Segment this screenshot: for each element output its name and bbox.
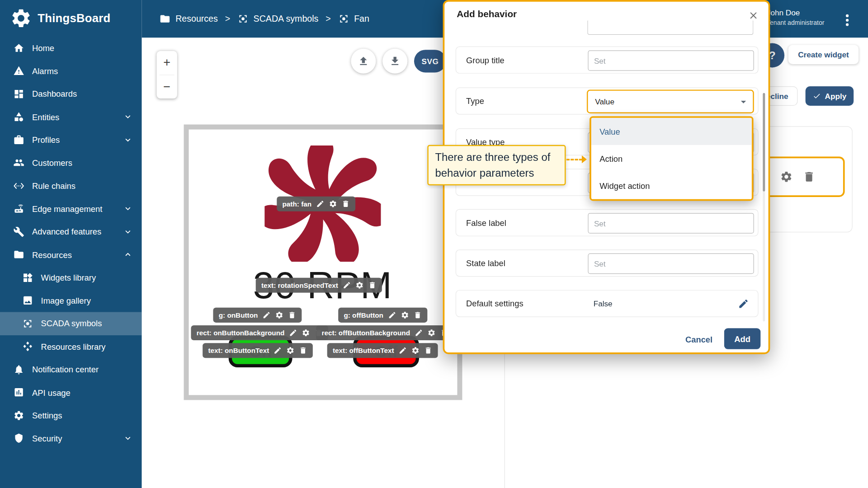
cancel-button[interactable]: Cancel (679, 330, 719, 349)
dialog-title: Add behavior (457, 9, 517, 20)
settings-icon[interactable] (355, 281, 363, 289)
tag-path-fan: path: fan (277, 197, 355, 211)
settings-icon[interactable] (411, 347, 420, 355)
sidebar-item-api-usage[interactable]: API usage (0, 381, 142, 404)
sidebar-item-scada-symbols[interactable]: SCADA symbols (0, 312, 142, 335)
dropdown-option-value[interactable]: Value (591, 118, 752, 145)
sidebar-item-label: Edge management (32, 204, 102, 214)
sidebar-item-security[interactable]: Security (0, 427, 142, 450)
type-label: Type (466, 96, 484, 106)
state-label-input[interactable] (588, 253, 754, 274)
sidebar-item-alarms[interactable]: Alarms (0, 60, 142, 83)
sidebar-item-settings[interactable]: Settings (0, 404, 142, 427)
chevron-up-icon (123, 250, 133, 260)
advanced-features-icon (13, 226, 24, 237)
dropdown-option-widget-action[interactable]: Widget action (591, 172, 752, 199)
apply-button[interactable]: Apply (806, 86, 854, 106)
settings-icon[interactable] (302, 328, 310, 337)
tag-off-button-text: text: offButtonText (327, 343, 438, 358)
tag-rotation-speed-text: text: rotationSpeedText (256, 278, 382, 293)
user-menu[interactable]: John Doe Tenant administrator (767, 7, 825, 28)
sidebar-item-notification-center[interactable]: Notification center (0, 358, 142, 381)
sidebar-item-advanced-features[interactable]: Advanced features (0, 220, 142, 243)
settings-icon[interactable] (401, 311, 409, 319)
sidebar-item-resources[interactable]: Resources (0, 243, 142, 266)
sidebar-item-dashboards[interactable]: Dashboards (0, 82, 142, 105)
scrollbar-thumb[interactable] (763, 93, 765, 192)
sidebar-item-label: Widgets library (41, 273, 96, 282)
svg-toggle-button[interactable]: SVG (414, 50, 446, 72)
sidebar-item-image-gallery[interactable]: Image gallery (0, 289, 142, 312)
tag-off-button-group: g: offButton (338, 308, 427, 323)
security-icon (13, 433, 24, 444)
edit-icon[interactable] (738, 298, 749, 309)
sidebar-item-label: Profiles (32, 135, 60, 145)
delete-icon[interactable] (424, 347, 432, 355)
download-button[interactable] (382, 49, 407, 74)
profiles-icon (13, 134, 24, 145)
tag-label: text: offButtonText (333, 347, 394, 354)
edit-icon[interactable] (289, 328, 297, 337)
group-title-input[interactable] (588, 50, 754, 70)
edit-icon[interactable] (398, 347, 406, 355)
type-row: Type Value (456, 87, 759, 114)
scrolled-input-partial[interactable] (587, 20, 753, 35)
sidebar-item-label: Resources (32, 250, 72, 259)
tag-label: rect: offButtonBackground (321, 329, 410, 337)
edit-icon[interactable] (262, 311, 270, 319)
breadcrumb-scada-symbols[interactable]: SCADA symbols (237, 13, 318, 24)
sidebar-item-edge-management[interactable]: Edge management (0, 197, 142, 221)
edit-icon[interactable] (316, 200, 324, 208)
delete-icon[interactable] (803, 170, 816, 183)
sidebar-item-label: Image gallery (41, 296, 91, 305)
sidebar-item-label: Notification center (32, 365, 99, 374)
annotation-arrow (566, 159, 583, 160)
dropdown-option-action[interactable]: Action (591, 145, 752, 172)
delete-icon[interactable] (299, 347, 307, 355)
edit-icon[interactable] (274, 347, 282, 355)
sidebar-item-profiles[interactable]: Profiles (0, 128, 142, 151)
settings-icon[interactable] (286, 347, 294, 355)
customers-icon (13, 157, 24, 168)
zoom-in-button[interactable]: + (157, 51, 177, 75)
breadcrumb-separator: > (326, 14, 330, 24)
delete-icon[interactable] (368, 281, 376, 289)
upload-button[interactable] (351, 49, 376, 74)
entities-icon (13, 111, 24, 122)
delete-icon[interactable] (288, 311, 296, 319)
sidebar-item-label: Rule chains (32, 181, 75, 191)
settings-icon[interactable] (780, 170, 793, 183)
chevron-down-icon (123, 112, 133, 122)
false-label-input[interactable] (588, 213, 754, 233)
type-select[interactable]: Value (587, 89, 754, 113)
more-menu-icon[interactable] (844, 12, 850, 28)
logo[interactable]: ThingsBoard (0, 0, 142, 37)
sidebar-item-entities[interactable]: Entities (0, 105, 142, 128)
type-select-value: Value (595, 97, 614, 106)
sidebar-item-home[interactable]: Home (0, 37, 142, 60)
breadcrumb-resources[interactable]: Resources (160, 13, 218, 24)
scada-icon (237, 13, 248, 24)
edit-icon[interactable] (415, 328, 423, 337)
edit-icon[interactable] (388, 311, 396, 319)
sidebar-item-label: Alarms (32, 66, 58, 76)
zoom-out-button[interactable]: − (157, 75, 177, 99)
upload-icon (358, 55, 369, 67)
scrollbar[interactable] (763, 93, 765, 322)
add-button[interactable]: Add (724, 328, 761, 349)
create-widget-button[interactable]: Create widget (788, 45, 859, 64)
state-label-label: State label (466, 258, 505, 268)
sidebar-item-resources-library[interactable]: Resources library (0, 335, 142, 358)
breadcrumb-label: SCADA symbols (254, 14, 319, 24)
settings-icon[interactable] (427, 328, 435, 337)
sidebar-item-rule-chains[interactable]: Rule chains (0, 174, 142, 197)
sidebar-item-customers[interactable]: Customers (0, 151, 142, 174)
delete-icon[interactable] (413, 311, 421, 319)
settings-icon[interactable] (329, 200, 337, 208)
settings-icon[interactable] (275, 311, 283, 319)
sidebar-item-widgets-library[interactable]: Widgets library (0, 266, 142, 289)
edit-icon[interactable] (343, 281, 351, 289)
delete-icon[interactable] (341, 200, 349, 208)
sidebar-item-label: SCADA symbols (41, 319, 102, 328)
tag-label: rect: onButtonBackground (197, 329, 285, 337)
